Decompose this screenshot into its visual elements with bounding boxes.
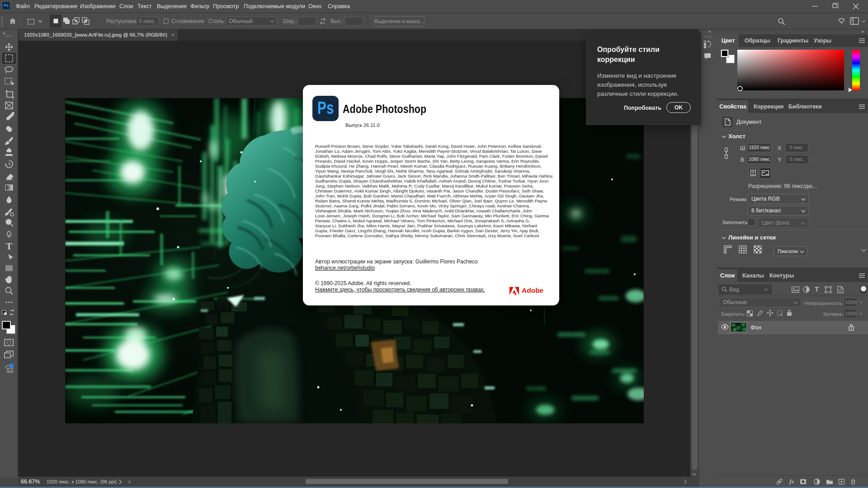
svg-text:fx: fx <box>789 479 794 485</box>
svg-text:T: T <box>6 241 12 252</box>
